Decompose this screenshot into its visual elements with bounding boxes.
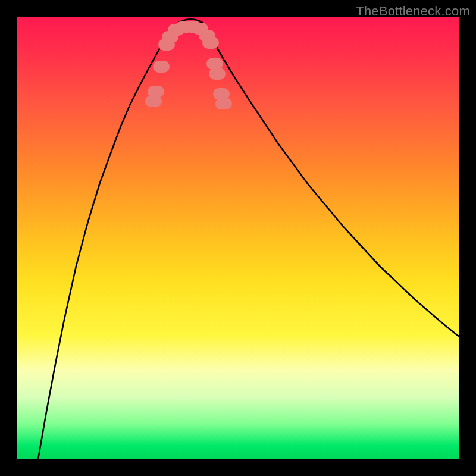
watermark-text: TheBottleneck.com xyxy=(356,4,470,19)
marker-point xyxy=(148,86,164,98)
marker-point xyxy=(153,61,170,73)
marker-point xyxy=(209,68,226,80)
chart-container: TheBottleneck.com xyxy=(0,0,476,476)
curve-right-curve xyxy=(202,23,459,337)
marker-point xyxy=(215,98,232,109)
chart-svg xyxy=(17,17,459,459)
marker-point xyxy=(202,37,219,49)
plot-area xyxy=(17,17,459,459)
